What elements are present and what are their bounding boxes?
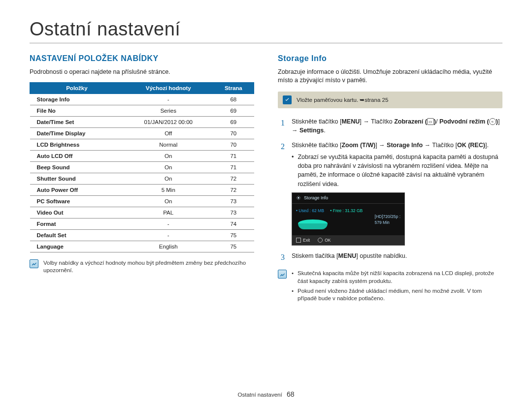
cell-default: PAL: [124, 207, 213, 218]
t: Stiskem tlačítka [: [292, 252, 338, 259]
table-row: PC SoftwareOn73: [30, 195, 254, 207]
cell-default: -: [124, 218, 213, 229]
table-row: Auto Power Off5 Min72: [30, 184, 254, 195]
underwater-icon: ≈: [489, 118, 496, 125]
cell-item: Format: [30, 218, 124, 229]
t: ] opustíte nabídku.: [356, 252, 407, 259]
cell-default: -: [124, 229, 213, 241]
note-item: Pokud není vloženo žádné ukládací médium…: [292, 287, 502, 303]
step-2: Stiskněte tlačítko [Zoom (T/W)] → Storag…: [278, 141, 502, 246]
cell-default: 5 Min: [124, 184, 213, 195]
th-page: Strana: [213, 82, 254, 94]
cell-page: 72: [213, 184, 254, 195]
insert-card-callout: Vložte paměťovou kartu. ➥strana 25: [278, 92, 502, 108]
cell-page: 72: [213, 173, 254, 184]
cell-page: 73: [213, 195, 254, 207]
cell-default: On: [124, 195, 213, 207]
table-row: File NoSeries69: [30, 105, 254, 116]
cell-item: Storage Info: [30, 94, 124, 105]
lcd-title: Storage Info: [304, 195, 328, 201]
cell-page: 68: [213, 94, 254, 105]
callout-text: Vložte paměťovou kartu. ➥strana 25: [297, 96, 388, 103]
cell-default: 01/JAN/2012 00:00: [124, 116, 213, 127]
step-3: Stiskem tlačítka [MENU] opustíte nabídku…: [278, 251, 502, 263]
display-icon: ▭: [427, 118, 434, 125]
svg-point-0: [298, 197, 299, 198]
menu-label: MENU: [341, 118, 360, 125]
cell-page: 70: [213, 127, 254, 139]
cell-item: File No: [30, 105, 124, 116]
th-default: Výchozí hodnoty: [124, 82, 213, 94]
note-icon: [278, 270, 287, 279]
lcd-exit: Exit: [296, 237, 310, 243]
cell-page: 75: [213, 241, 254, 252]
t: Zobrazení (: [394, 118, 427, 125]
cell-page: 69: [213, 116, 254, 127]
two-column-layout: NASTAVENÍ POLOŽEK NABÍDKY Podrobnosti o …: [30, 54, 502, 305]
table-row: Date/Time DisplayOff70: [30, 127, 254, 139]
disk-icon: [298, 219, 328, 231]
table-row: Beep SoundOn71: [30, 161, 254, 173]
t: Podvodní režim (: [439, 118, 489, 125]
cell-item: Language: [30, 241, 124, 252]
t: ].: [485, 142, 489, 149]
page-title: Ostatní nastavení: [30, 19, 502, 43]
cell-item: Default Set: [30, 229, 124, 241]
right-column: Storage Info Zobrazuje informace o úloži…: [278, 54, 502, 305]
gear-icon: [296, 195, 301, 200]
lcd-used: • Used : 62 MB: [296, 208, 324, 214]
cell-item: Shutter Sound: [30, 173, 124, 184]
cell-item: Auto LCD Off: [30, 150, 124, 161]
note-icon: [30, 259, 38, 268]
cell-item: PC Software: [30, 195, 124, 207]
cell-default: On: [124, 150, 213, 161]
lcd-res: [HD]720/25p :: [375, 214, 400, 219]
step-2-bullet: Zobrazí se využitá kapacita paměti, dost…: [292, 153, 502, 188]
t: Storage Info: [387, 142, 423, 149]
lcd-ok: OK: [318, 237, 331, 243]
table-row: Date/Time Set01/JAN/2012 00:0069: [30, 116, 254, 127]
cell-page: 73: [213, 207, 254, 218]
cell-page: 70: [213, 139, 254, 150]
t: /: [436, 118, 437, 125]
t: Stiskněte tlačítko [: [292, 142, 341, 149]
left-column: NASTAVENÍ POLOŽEK NABÍDKY Podrobnosti o …: [30, 54, 254, 305]
table-row: Auto LCD OffOn71: [30, 150, 254, 161]
t: MENU: [338, 252, 356, 259]
right-intro: Zobrazuje informace o úložišti. Umožňuje…: [278, 68, 502, 85]
cell-default: Series: [124, 105, 213, 116]
table-row: LCD BrightnessNormal70: [30, 139, 254, 150]
ok-key-icon: [318, 238, 323, 243]
lcd-min: 579 Min: [375, 219, 400, 225]
footer-page-number: 68: [287, 390, 295, 398]
cell-page: 75: [213, 229, 254, 241]
settings-table: Položky Výchozí hodnoty Strana Storage I…: [30, 82, 254, 252]
cell-item: Date/Time Set: [30, 116, 124, 127]
cell-default: Off: [124, 127, 213, 139]
t: → Tlačítko [: [423, 142, 457, 149]
left-intro: Podrobnosti o operaci najdete na přísluš…: [30, 68, 254, 76]
storage-info-heading: Storage Info: [278, 54, 502, 63]
t: ] →: [375, 142, 387, 149]
menu-key-icon: [296, 238, 301, 243]
lcd-mock: Storage Info • Used : 62 MB • Free : 31.…: [292, 192, 405, 246]
cell-default: On: [124, 173, 213, 184]
t: OK: [325, 237, 331, 243]
cell-default: English: [124, 241, 213, 252]
cell-item: Beep Sound: [30, 161, 124, 173]
table-row: Format-74: [30, 218, 254, 229]
table-row: Shutter SoundOn72: [30, 173, 254, 184]
th-item: Položky: [30, 82, 124, 94]
t: Stiskněte tlačítko [: [292, 118, 341, 125]
t: Exit: [303, 237, 310, 243]
note-item: Skutečná kapacita může být nižší kapacit…: [292, 270, 502, 285]
lcd-title-bar: Storage Info: [292, 193, 404, 204]
t: Zoom (T/W): [341, 142, 375, 149]
cell-page: 71: [213, 150, 254, 161]
t: .: [324, 127, 325, 134]
cell-default: Normal: [124, 139, 213, 150]
t: ] → Tlačítko: [360, 118, 394, 125]
table-row: LanguageEnglish75: [30, 241, 254, 252]
table-row: Video OutPAL73: [30, 207, 254, 218]
right-notes: Skutečná kapacita může být nižší kapacit…: [278, 270, 502, 304]
